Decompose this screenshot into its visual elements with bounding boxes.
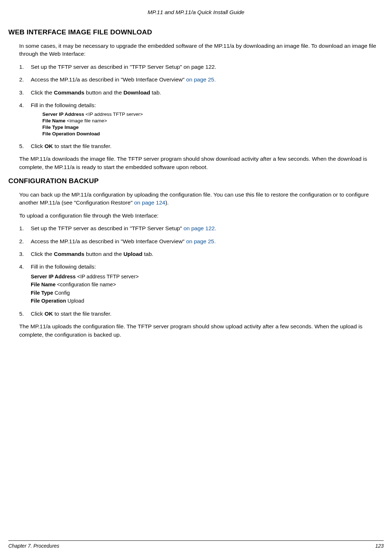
- section1-details: Server IP Address <IP address TFTP serve…: [31, 111, 384, 138]
- link-page-124[interactable]: on page 124: [132, 199, 165, 206]
- page-footer: Chapter 7. Procedures 123: [8, 540, 384, 549]
- section-heading-1: WEB INTERFACE IMAGE FILE DOWNLOAD: [8, 27, 384, 37]
- footer-page-number: 123: [375, 542, 384, 549]
- section2-intro: You can back up the MP.11/a configuratio…: [19, 191, 384, 207]
- section2-details: Server IP Address <IP address TFTP serve…: [31, 273, 384, 305]
- section1-step5: Click OK to start the file transfer.: [19, 142, 384, 150]
- section1-outro: The MP.11/a downloads the image file. Th…: [19, 155, 384, 171]
- section2-step1: Set up the TFTP server as described in "…: [19, 224, 384, 232]
- section2-step4: Fill in the following details: Server IP…: [19, 263, 384, 305]
- section-heading-2: CONFIGURATION BACKUP: [8, 176, 384, 186]
- link-page-25[interactable]: on page 25.: [185, 76, 216, 83]
- section2-step5: Click OK to start the file transfer.: [19, 310, 384, 318]
- footer-chapter: Chapter 7. Procedures: [8, 542, 59, 549]
- section1-step3: Click the Commands button and the Downlo…: [19, 89, 384, 97]
- section1-step2: Access the MP.11/a as described in "Web …: [19, 76, 384, 84]
- header-title: MP.11 and MP.11/a Quick Install Guide: [8, 8, 384, 16]
- section1-step1: Set up the TFTP server as described in "…: [19, 63, 384, 71]
- section2-intro2: To upload a configuration file through t…: [19, 212, 384, 220]
- section2-step3: Click the Commands button and the Upload…: [19, 250, 384, 258]
- link-page-25-b[interactable]: on page 25.: [185, 238, 216, 244]
- section2-step2: Access the MP.11/a as described in "Web …: [19, 237, 384, 245]
- link-page-122[interactable]: on page 122.: [182, 225, 216, 231]
- section1-step4: Fill in the following details: Server IP…: [19, 101, 384, 137]
- section1-intro: In some cases, it may be necessary to up…: [19, 42, 384, 58]
- section2-outro: The MP.11/a uploads the configuration fi…: [19, 323, 384, 339]
